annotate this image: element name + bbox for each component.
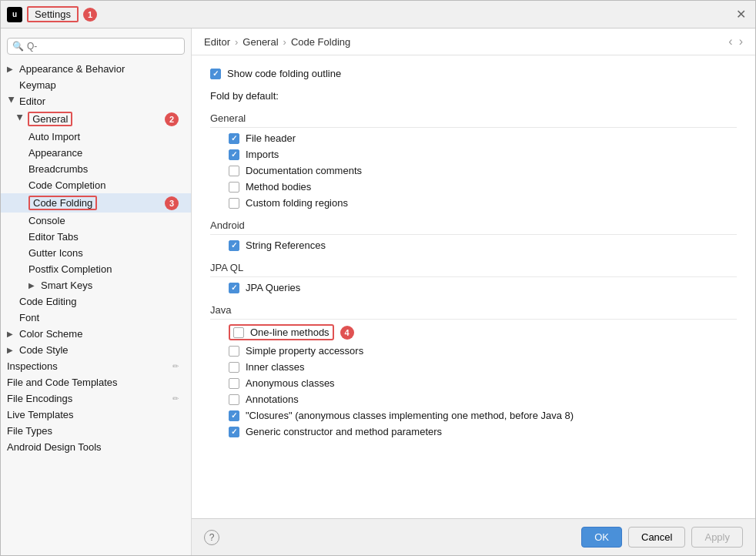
sidebar-item-code-folding[interactable]: Code Folding 3 <box>1 193 191 213</box>
sidebar-label: Postfix Completion <box>28 263 112 275</box>
label-imports: Imports <box>246 149 279 160</box>
sidebar-item-general[interactable]: ▶ General 2 <box>1 109 191 129</box>
sidebar-item-code-style[interactable]: ▶ Code Style <box>1 342 191 358</box>
checkbox-simple-property-accessors[interactable] <box>229 346 239 357</box>
sidebar-item-android-design-tools[interactable]: Android Design Tools <box>1 439 191 455</box>
chevron-icon: ▶ <box>16 115 25 123</box>
ok-button[interactable]: OK <box>581 527 622 548</box>
checkbox-file-header[interactable] <box>229 133 239 144</box>
search-input[interactable] <box>27 41 179 52</box>
sidebar-item-gutter-icons[interactable]: Gutter Icons <box>1 245 191 261</box>
checkbox-string-references[interactable] <box>229 240 239 251</box>
checkbox-jpa-queries[interactable] <box>229 283 239 293</box>
sidebar-label: Live Templates <box>7 409 73 420</box>
sidebar-label: Smart Keys <box>41 280 92 291</box>
sidebar-label: Appearance & Behavior <box>19 63 125 75</box>
sidebar-item-color-scheme[interactable]: ▶ Color Scheme <box>1 326 191 342</box>
sidebar-label: General <box>28 112 72 126</box>
show-folding-row: Show code folding outline <box>210 68 737 79</box>
sidebar-item-postfix-completion[interactable]: Postfix Completion <box>1 261 191 277</box>
sidebar-item-file-code-templates[interactable]: File and Code Templates <box>1 374 191 390</box>
sidebar-item-smart-keys[interactable]: ▶ Smart Keys <box>1 277 191 293</box>
settings-content: Show code folding outline Fold by defaul… <box>192 55 755 518</box>
label-method-bodies: Method bodies <box>246 181 311 193</box>
sidebar-label: Gutter Icons <box>28 247 83 259</box>
breadcrumb-general: General <box>243 36 278 48</box>
checkbox-row-one-line-methods: One-line methods 4 <box>229 324 737 340</box>
close-button[interactable]: ✕ <box>733 4 749 25</box>
sidebar-item-console[interactable]: Console <box>1 213 191 229</box>
chevron-icon: ▶ <box>28 281 38 290</box>
titlebar-left: u Settings 1 <box>7 6 97 22</box>
chevron-icon: ▶ <box>8 97 16 106</box>
sidebar-item-editor[interactable]: ▶ Editor <box>1 93 191 109</box>
checkbox-row-anonymous-classes: Anonymous classes <box>229 377 737 389</box>
sidebar: 🔍 ▶ Appearance & Behavior Keymap ▶ Edito… <box>1 28 192 555</box>
search-icon: 🔍 <box>12 41 24 52</box>
checkbox-imports[interactable] <box>229 149 239 160</box>
java-group-items: One-line methods 4 Simple property acces… <box>229 324 737 437</box>
label-closures: "Closures" (anonymous classes implementi… <box>246 410 574 421</box>
label-one-line-methods: One-line methods <box>250 327 329 338</box>
checkbox-anonymous-classes[interactable] <box>229 378 239 389</box>
sidebar-label: Font <box>19 312 39 323</box>
checkbox-generic-constructor[interactable] <box>229 427 239 437</box>
checkbox-row-generic-constructor: Generic constructor and method parameter… <box>229 426 737 437</box>
title-badge-1: 1 <box>83 8 97 22</box>
sidebar-item-code-completion[interactable]: Code Completion <box>1 177 191 193</box>
show-folding-checkbox[interactable] <box>210 69 221 79</box>
checkbox-row-annotations: Annotations <box>229 394 737 405</box>
checkbox-row-imports: Imports <box>229 149 737 160</box>
sidebar-item-file-types[interactable]: File Types <box>1 423 191 439</box>
edit-icon2: ✏ <box>172 394 179 403</box>
group-header-jpaql: JPA QL <box>210 262 737 277</box>
breadcrumb-code-folding: Code Folding <box>291 36 350 48</box>
label-documentation-comments: Documentation comments <box>246 165 362 176</box>
sidebar-item-file-encodings[interactable]: File Encodings ✏ <box>1 390 191 407</box>
forward-arrow[interactable]: › <box>739 35 743 49</box>
group-header-general: General <box>210 112 737 128</box>
footer-right: OK Cancel Apply <box>581 527 743 548</box>
sidebar-item-inspections[interactable]: Inspections ✏ <box>1 358 191 374</box>
breadcrumb-bar: Editor › General › Code Folding ‹ › <box>192 28 755 55</box>
sidebar-item-code-editing[interactable]: Code Editing <box>1 293 191 310</box>
breadcrumb-sep2: › <box>283 36 286 48</box>
sidebar-label: Inspections <box>7 360 58 372</box>
cancel-button[interactable]: Cancel <box>628 527 685 548</box>
search-box[interactable]: 🔍 <box>7 38 185 55</box>
sidebar-item-appearance[interactable]: Appearance <box>1 145 191 161</box>
sidebar-item-auto-import[interactable]: Auto Import <box>1 129 191 145</box>
checkbox-row-custom-folding-regions: Custom folding regions <box>229 197 737 209</box>
checkbox-row-inner-classes: Inner classes <box>229 361 737 373</box>
checkbox-row-file-header: File header <box>229 132 737 144</box>
checkbox-method-bodies[interactable] <box>229 182 239 193</box>
inspections-label-row: Inspections ✏ <box>7 360 185 372</box>
chevron-icon: ▶ <box>7 65 16 73</box>
sidebar-label: Keymap <box>19 79 56 91</box>
android-group-items: String References <box>229 239 737 251</box>
checkbox-inner-classes[interactable] <box>229 362 239 373</box>
sidebar-label: Editor <box>19 95 45 107</box>
sidebar-label: File Encodings <box>7 393 72 404</box>
sidebar-item-live-templates[interactable]: Live Templates <box>1 407 191 423</box>
back-arrow[interactable]: ‹ <box>728 35 732 49</box>
label-jpa-queries: JPA Queries <box>246 282 300 293</box>
checkbox-annotations[interactable] <box>229 394 239 405</box>
sidebar-item-appearance-behavior[interactable]: ▶ Appearance & Behavior <box>1 61 191 77</box>
sidebar-item-font[interactable]: Font <box>1 310 191 326</box>
apply-button[interactable]: Apply <box>691 527 743 548</box>
checkbox-custom-folding-regions[interactable] <box>229 198 239 209</box>
sidebar-item-editor-tabs[interactable]: Editor Tabs <box>1 229 191 245</box>
checkbox-one-line-methods[interactable] <box>233 327 244 338</box>
help-button[interactable]: ? <box>204 530 219 545</box>
checkbox-row-method-bodies: Method bodies <box>229 181 737 193</box>
checkbox-documentation-comments[interactable] <box>229 166 239 176</box>
label-generic-constructor: Generic constructor and method parameter… <box>246 426 442 437</box>
sidebar-item-keymap[interactable]: Keymap <box>1 77 191 93</box>
footer-left: ? <box>204 530 219 545</box>
checkbox-closures[interactable] <box>229 410 239 421</box>
sidebar-item-breadcrumbs[interactable]: Breadcrumbs <box>1 161 191 177</box>
general-group-items: File header Imports Documentation commen… <box>229 132 737 209</box>
sidebar-label: Android Design Tools <box>7 441 102 453</box>
label-simple-property-accessors: Simple property accessors <box>246 345 363 357</box>
